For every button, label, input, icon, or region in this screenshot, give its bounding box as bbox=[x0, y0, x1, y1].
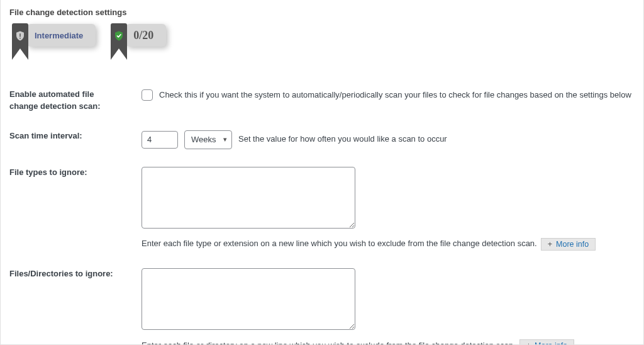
section-title: File change detection settings bbox=[1, 6, 643, 23]
ribbon bbox=[12, 23, 28, 60]
more-info-text: More info bbox=[535, 341, 567, 345]
score-pill: 0/20 bbox=[126, 24, 166, 47]
svg-rect-0 bbox=[19, 33, 21, 37]
svg-rect-1 bbox=[19, 38, 21, 39]
interval-unit-select[interactable]: Weeks bbox=[184, 130, 232, 149]
file-types-more-info-button[interactable]: + More info bbox=[541, 238, 596, 251]
enable-scan-checkbox[interactable] bbox=[142, 89, 153, 101]
score-badge: 0/20 bbox=[111, 23, 166, 60]
files-dirs-ignore-label: Files/Directories to ignore: bbox=[1, 259, 133, 345]
interval-value-input[interactable] bbox=[142, 131, 178, 149]
plus-icon: + bbox=[526, 341, 531, 345]
intermediate-pill: Intermediate bbox=[27, 24, 96, 47]
shield-exclaim-icon bbox=[14, 30, 26, 42]
files-dirs-ignore-hint: Enter each file or directory on a new li… bbox=[142, 339, 516, 345]
file-types-ignore-textarea[interactable] bbox=[142, 167, 355, 229]
enable-scan-label: Enable automated file change detection s… bbox=[1, 80, 133, 122]
plus-icon: + bbox=[548, 240, 552, 249]
interval-label: Scan time interval: bbox=[1, 122, 133, 158]
intermediate-badge: Intermediate bbox=[12, 23, 96, 60]
files-dirs-ignore-textarea[interactable] bbox=[142, 268, 355, 330]
ribbon bbox=[111, 23, 127, 60]
shield-check-icon bbox=[113, 30, 125, 42]
badge-row: Intermediate 0/20 bbox=[1, 23, 643, 62]
more-info-text: More info bbox=[556, 240, 589, 249]
interval-help: Set the value for how often you would li… bbox=[238, 133, 447, 146]
settings-form: Enable automated file change detection s… bbox=[1, 80, 643, 345]
file-types-ignore-label: File types to ignore: bbox=[1, 158, 133, 260]
files-dirs-more-info-button[interactable]: + More info bbox=[519, 339, 574, 345]
file-types-ignore-hint: Enter each file type or extension on a n… bbox=[142, 237, 537, 251]
score-label: 0/20 bbox=[133, 29, 153, 42]
enable-scan-help: Check this if you want the system to aut… bbox=[159, 89, 631, 102]
intermediate-label: Intermediate bbox=[35, 31, 83, 40]
